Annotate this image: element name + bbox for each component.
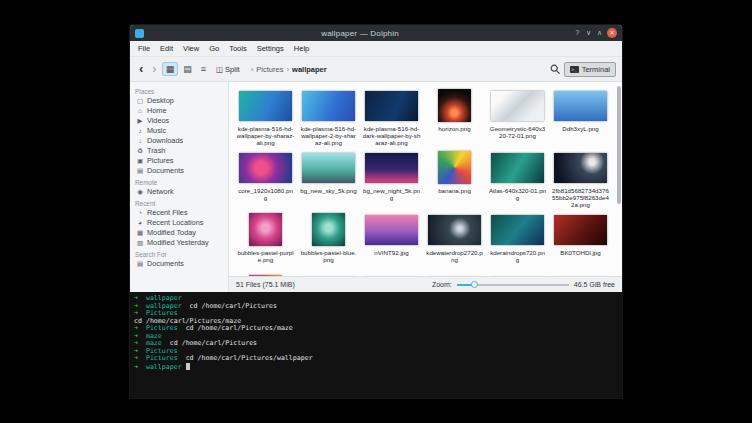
file-thumbnail xyxy=(491,215,544,245)
sidebar-item-recent-files[interactable]: ◔Recent Files xyxy=(130,208,228,218)
sidebar-item-label: Videos xyxy=(147,117,169,125)
sidebar-item-documents[interactable]: ▤Documents xyxy=(130,259,228,269)
zoom-label: Zoom: xyxy=(432,281,452,288)
menu-view[interactable]: View xyxy=(178,41,204,56)
breadcrumb-separator-icon: › xyxy=(286,65,289,74)
sidebar-item-downloads[interactable]: ↓Downloads xyxy=(130,136,228,146)
menu-settings[interactable]: Settings xyxy=(252,41,289,56)
file-item[interactable]: Geometrystic-640x320-72-01.png xyxy=(486,85,549,147)
minimize-button[interactable]: ∨ xyxy=(583,25,594,41)
file-thumbnail xyxy=(312,213,345,246)
zoom-slider-handle[interactable] xyxy=(471,281,478,288)
sidebar-item-label: Trash xyxy=(147,147,165,155)
main-area: Places▢Desktop⌂Home▶Videos♪Music↓Downloa… xyxy=(130,82,622,292)
file-item[interactable]: bubbles-pastel-blue.png xyxy=(297,209,360,271)
file-item[interactable]: kde-plasma-516-hd-wallpaper-by-sharaz-al… xyxy=(234,85,297,147)
file-name: Atlas-640x320-01.png xyxy=(489,187,547,201)
files-summary: 51 Files (75.1 MiB) xyxy=(236,281,295,288)
file-item[interactable]: nVINT92.jpg xyxy=(360,209,423,271)
statusbar: 51 Files (75.1 MiB) Zoom: 46.5 GiB free xyxy=(229,276,622,292)
file-item[interactable]: banana.png xyxy=(423,147,486,209)
compact-view-button[interactable]: ▤ xyxy=(180,63,195,75)
menu-tools[interactable]: Tools xyxy=(224,41,252,56)
titlebar[interactable]: wallpaper — Dolphin ? ∨ ∧ ✕ xyxy=(130,25,622,41)
sidebar-item-label: Documents xyxy=(147,167,184,175)
sidebar-item-trash[interactable]: ♻Trash xyxy=(130,146,228,156)
terminal-label: Terminal xyxy=(582,65,610,74)
zoom-slider[interactable] xyxy=(457,280,569,289)
file-item[interactable]: kde-plasma-516-hd-dark-wallpaper-by-shar… xyxy=(360,85,423,147)
recent-files-icon: ◔ xyxy=(136,209,144,217)
file-name: banana.png xyxy=(426,187,484,194)
sidebar-item-pictures[interactable]: ▣Pictures xyxy=(130,156,228,166)
help-button[interactable]: ? xyxy=(572,25,583,41)
sidebar-item-music[interactable]: ♪Music xyxy=(130,126,228,136)
terminal-text: wallpaper xyxy=(146,363,182,371)
split-label: Split xyxy=(225,65,240,74)
sidebar-item-modified-today[interactable]: ▦Modified Today xyxy=(130,228,228,238)
recent-locations-icon: ◕ xyxy=(136,219,144,227)
menu-edit[interactable]: Edit xyxy=(155,41,178,56)
file-item[interactable]: kdewaterdrop2720.png xyxy=(423,209,486,271)
file-thumbnail xyxy=(239,153,292,183)
sidebar-item-label: Desktop xyxy=(147,97,174,105)
file-thumbnail xyxy=(365,153,418,183)
file-item[interactable]: bg_new_night_5k.png xyxy=(360,147,423,209)
file-thumbnail xyxy=(554,153,607,183)
file-thumbnail xyxy=(428,215,481,245)
file-item[interactable]: bubbles-pastel-purple.png xyxy=(234,209,297,271)
file-thumbnail-wrap xyxy=(554,212,607,247)
file-item[interactable]: core_1920x1080.png xyxy=(234,147,297,209)
forward-button[interactable]: › xyxy=(149,59,159,79)
split-button[interactable]: ◫ Split xyxy=(212,63,244,76)
sidebar-item-network[interactable]: ◉Network xyxy=(130,187,228,197)
search-icon[interactable] xyxy=(550,64,561,75)
trash-icon: ♻ xyxy=(136,147,144,155)
terminal-line: ➜ Pictures cd /home/carl/Pictures/wallpa… xyxy=(134,355,618,363)
sidebar-item-recent-locations[interactable]: ◕Recent Locations xyxy=(130,218,228,228)
folder-view[interactable]: kde-plasma-516-hd-wallpaper-by-sharaz-al… xyxy=(229,82,622,292)
file-item[interactable]: kderaindrops720.png xyxy=(486,209,549,271)
documents-icon: ▤ xyxy=(136,167,144,175)
sidebar-item-label: Modified Yesterday xyxy=(147,239,209,247)
terminal-panel[interactable]: ➜ wallpaper➜ wallpaper cd /home/carl/Pic… xyxy=(130,292,622,398)
sidebar-item-documents[interactable]: ▤Documents xyxy=(130,166,228,176)
file-item[interactable]: horizon.png xyxy=(423,85,486,147)
file-item[interactable]: 2fb81d5682734d37655bb2e975f8263de42a.png xyxy=(549,147,612,209)
sidebar-section-places: Places xyxy=(130,85,228,96)
file-thumbnail-wrap xyxy=(491,88,544,123)
sidebar-item-home[interactable]: ⌂Home xyxy=(130,106,228,116)
maximize-button[interactable]: ∧ xyxy=(594,25,605,41)
scrollbar-thumb[interactable] xyxy=(617,86,621,204)
file-item[interactable]: Ddh3xyL.png xyxy=(549,85,612,147)
menu-help[interactable]: Help xyxy=(289,41,314,56)
back-button[interactable]: ‹ xyxy=(136,59,146,79)
file-thumbnail xyxy=(554,91,607,121)
file-name: bg_new_night_5k.png xyxy=(363,187,421,201)
menu-file[interactable]: File xyxy=(133,41,155,56)
file-thumbnail-wrap xyxy=(365,212,418,247)
file-item[interactable]: Atlas-640x320-01.png xyxy=(486,147,549,209)
icons-view-button[interactable]: ▦ xyxy=(163,63,178,75)
file-thumbnail xyxy=(438,151,471,184)
terminal-text: Pictures xyxy=(146,354,178,362)
dolphin-window: wallpaper — Dolphin ? ∨ ∧ ✕ FileEditView… xyxy=(130,25,622,398)
file-item[interactable]: BK0TOHDl.jpg xyxy=(549,209,612,271)
sidebar-item-desktop[interactable]: ▢Desktop xyxy=(130,96,228,106)
file-name: kde-plasma-516-hd-wallpaper-2-by-sharaz-… xyxy=(300,125,358,146)
breadcrumb-pictures[interactable]: Pictures xyxy=(256,65,283,74)
sidebar-item-label: Network xyxy=(147,188,174,196)
file-thumbnail-wrap xyxy=(239,150,292,185)
breadcrumb-wallpaper[interactable]: wallpaper xyxy=(292,65,327,74)
file-item[interactable]: kde-plasma-516-hd-wallpaper-2-by-sharaz-… xyxy=(297,85,360,147)
close-button[interactable]: ✕ xyxy=(607,28,617,38)
terminal-toggle-button[interactable]: >_ Terminal xyxy=(564,62,616,77)
sidebar-item-videos[interactable]: ▶Videos xyxy=(130,116,228,126)
details-view-button[interactable]: ≡ xyxy=(198,63,209,75)
menu-go[interactable]: Go xyxy=(204,41,224,56)
file-item[interactable]: bg_new_sky_5k.png xyxy=(297,147,360,209)
terminal-line: ➜ Pictures cd /home/carl/Pictures/maze xyxy=(134,325,618,333)
vertical-scrollbar[interactable] xyxy=(617,84,621,274)
file-thumbnail xyxy=(302,91,355,121)
sidebar-item-modified-yesterday[interactable]: ▧Modified Yesterday xyxy=(130,238,228,248)
